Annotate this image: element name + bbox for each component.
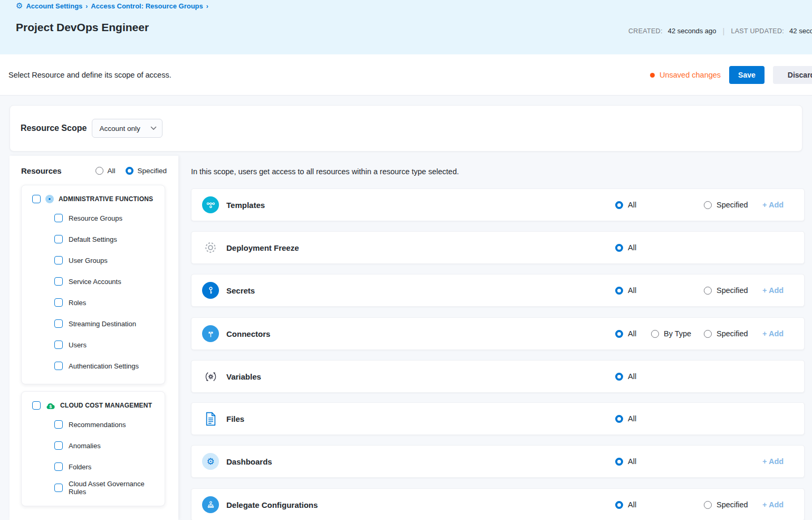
radio-label: All: [628, 414, 636, 423]
radio-all-dashboards[interactable]: All: [615, 457, 636, 466]
item-label: User Groups: [69, 257, 108, 264]
unsaved-changes-badge: Unsaved changes: [650, 71, 721, 79]
radio-icon[interactable]: [615, 201, 623, 209]
radio-all-connectors[interactable]: All: [615, 329, 636, 338]
radio-icon[interactable]: [126, 167, 133, 175]
radio-all-delegate-configurations[interactable]: All: [615, 500, 636, 509]
radio-icon[interactable]: [704, 330, 712, 338]
item-label: Service Accounts: [69, 278, 121, 286]
item-checkbox-folders[interactable]: [54, 462, 63, 471]
item-checkbox-roles[interactable]: [54, 298, 63, 307]
radio-icon[interactable]: [615, 458, 623, 466]
radio-label: All: [628, 329, 636, 338]
group-items: Recommendations Anomalies Folders Cloud …: [54, 414, 157, 498]
connectors-icon: [202, 325, 219, 342]
item-checkbox-cloud-asset-governance-rules[interactable]: [54, 484, 63, 492]
item-checkbox-anomalies[interactable]: [54, 441, 63, 450]
radio-all-files[interactable]: All: [615, 414, 636, 423]
header-meta: CREATED: 42 seconds ago | LAST UPDATED: …: [628, 26, 812, 35]
action-toolbar: Select Resource and define its scope of …: [0, 54, 812, 96]
add-link-secrets[interactable]: + Add: [762, 286, 784, 295]
breadcrumb-resource-groups[interactable]: Access Control: Resource Groups: [91, 2, 203, 10]
resources-panel-header: Resources All Specified: [9, 156, 178, 175]
radio-all-variables[interactable]: All: [615, 372, 636, 381]
radio-specified-templates[interactable]: Specified: [704, 201, 748, 209]
radio-icon[interactable]: [704, 201, 712, 209]
group-checkbox-administrative-functions[interactable]: [32, 195, 41, 203]
breadcrumb-account-settings[interactable]: Account Settings: [26, 2, 82, 10]
radio-label: Specified: [717, 201, 748, 209]
settings-gear-icon: ⚙: [16, 2, 23, 10]
resource-row-deployment-freeze: Deployment Freeze All: [191, 231, 805, 264]
radio-all-deployment-freeze[interactable]: All: [615, 243, 636, 252]
radio-label: All: [628, 243, 636, 252]
files-icon: [205, 412, 217, 426]
resource-scope-dropdown[interactable]: Account only: [92, 119, 163, 138]
radio-icon[interactable]: [615, 244, 623, 252]
radio-icon[interactable]: [704, 501, 712, 509]
radio-icon[interactable]: [615, 287, 623, 295]
resource-item-users: Users: [54, 334, 157, 355]
item-checkbox-authentication-settings[interactable]: [54, 362, 63, 370]
add-link-delegate-configurations[interactable]: + Add: [762, 500, 784, 509]
resource-item-user-groups: User Groups: [54, 250, 157, 271]
last-updated-label: LAST UPDATED:: [731, 27, 784, 35]
resource-row-secrets: Secrets All Specified+ Add: [191, 274, 805, 307]
radio-icon[interactable]: [704, 287, 712, 295]
resource-name: Files: [226, 414, 244, 423]
breadcrumb: ⚙ Account Settings › Access Control: Res…: [16, 2, 208, 10]
radio-specified-resources[interactable]: Specified: [126, 167, 167, 175]
resource-row-connectors: Connectors All By Type Specified+ Add: [191, 317, 805, 350]
group-name: CLOUD COST MANAGEMENT: [60, 402, 152, 409]
radio-specified-connectors[interactable]: Specified: [704, 329, 748, 338]
add-link-connectors[interactable]: + Add: [762, 329, 784, 338]
item-checkbox-resource-groups[interactable]: [54, 214, 63, 222]
radio-icon[interactable]: [615, 330, 623, 338]
radio-by-type-connectors[interactable]: By Type: [651, 329, 691, 338]
item-checkbox-users[interactable]: [54, 341, 63, 349]
breadcrumb-separator: ›: [206, 3, 208, 10]
radio-icon[interactable]: [615, 501, 623, 509]
scope-description: Select Resource and define its scope of …: [8, 54, 171, 96]
radio-specified-secrets[interactable]: Specified: [704, 286, 748, 295]
item-label: Anomalies: [69, 442, 101, 450]
radio-specified-delegate-configurations[interactable]: Specified: [704, 500, 748, 509]
resource-item-folders: Folders: [54, 456, 157, 477]
item-label: Users: [69, 341, 87, 349]
group-items: Resource Groups Default Settings User Gr…: [54, 207, 157, 376]
templates-icon: [202, 196, 219, 213]
scope-note: In this scope, users get access to all r…: [191, 167, 459, 176]
item-checkbox-streaming-destination[interactable]: [54, 319, 63, 328]
item-checkbox-recommendations[interactable]: [54, 420, 63, 429]
radio-icon[interactable]: [651, 330, 659, 338]
resource-group-card-cloud-cost-management: $ CLOUD COST MANAGEMENT Recommendations …: [21, 391, 165, 506]
item-label: Roles: [69, 299, 86, 307]
resource-scope-card: Resource Scope Account only: [9, 105, 803, 152]
radio-icon[interactable]: [95, 167, 103, 175]
item-checkbox-user-groups[interactable]: [54, 256, 63, 264]
resource-name: Dashboards: [226, 457, 272, 466]
resource-name: Variables: [226, 372, 261, 381]
resource-item-resource-groups: Resource Groups: [54, 207, 157, 229]
meta-divider: |: [721, 26, 725, 35]
created-value: 42 seconds ago: [668, 27, 717, 35]
dashboards-icon: ⚙: [202, 453, 219, 470]
group-header: $ CLOUD COST MANAGEMENT: [32, 401, 157, 410]
radio-all-secrets[interactable]: All: [615, 286, 636, 295]
resource-name: Delegate Configurations: [226, 500, 318, 509]
add-link-dashboards[interactable]: + Add: [762, 457, 784, 466]
resource-scope-label: Resource Scope: [21, 124, 87, 133]
radio-icon[interactable]: [615, 373, 623, 381]
add-link-templates[interactable]: + Add: [762, 201, 784, 209]
item-checkbox-service-accounts[interactable]: [54, 277, 63, 286]
radio-all-resources[interactable]: All: [95, 167, 115, 175]
group-checkbox-cloud-cost-management[interactable]: [32, 401, 41, 410]
radio-all-label: All: [107, 167, 115, 175]
resources-title: Resources: [21, 166, 95, 175]
radio-icon[interactable]: [615, 415, 623, 423]
discard-button[interactable]: Discard: [773, 66, 812, 84]
item-checkbox-default-settings[interactable]: [54, 235, 63, 243]
resources-filter-options: All Specified: [95, 167, 167, 175]
save-button[interactable]: Save: [729, 66, 765, 84]
radio-all-templates[interactable]: All: [615, 201, 636, 209]
